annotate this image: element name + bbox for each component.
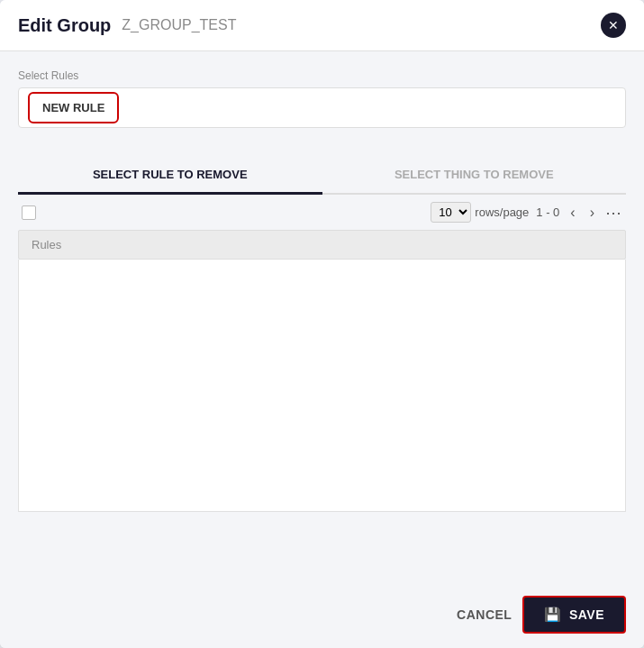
save-label: SAVE [569,607,604,622]
rules-table: Rules [18,230,626,512]
rows-per-page-label: rows/page [475,205,529,219]
table-content [18,260,626,512]
tabs-container: SELECT RULE TO REMOVE SELECT THING TO RE… [18,157,626,195]
cancel-button[interactable]: CANCEL [457,607,512,622]
rule-input-row: NEW RULE [18,87,626,128]
save-icon: 💾 [544,607,562,623]
new-rule-button[interactable]: NEW RULE [28,92,119,123]
modal-title: Edit Group [18,15,111,36]
table-header: Rules [18,230,626,260]
rows-per-page-select[interactable]: 10 25 50 [431,202,471,223]
modal-subtitle: Z_GROUP_TEST [122,17,236,33]
edit-group-modal: Edit Group Z_GROUP_TEST ✕ Select Rules N… [0,0,644,648]
rows-per-page-control: 10 25 50 rows/page [431,202,529,223]
modal-header: Edit Group Z_GROUP_TEST ✕ [0,0,644,51]
table-controls: 10 25 50 rows/page 1 - 0 ‹ › ⋯ [18,195,626,230]
tab-select-thing-to-remove[interactable]: SELECT THING TO REMOVE [322,157,627,195]
tab-select-rule-to-remove[interactable]: SELECT RULE TO REMOVE [18,157,322,195]
select-rules-label: Select Rules [18,69,626,82]
modal-body: Select Rules NEW RULE SELECT RULE TO REM… [0,51,644,581]
next-page-button[interactable]: › [586,203,598,223]
close-button[interactable]: ✕ [601,13,626,38]
more-options-button[interactable]: ⋯ [605,203,622,223]
rules-column-header: Rules [32,238,61,251]
select-all-checkbox[interactable] [22,205,36,220]
pagination-info: 1 - 0 [536,205,559,219]
modal-footer: CANCEL 💾 SAVE [0,581,644,648]
save-button[interactable]: 💾 SAVE [522,596,626,634]
prev-page-button[interactable]: ‹ [567,203,578,223]
close-icon: ✕ [608,18,619,32]
select-rules-field: Select Rules NEW RULE [18,69,626,142]
